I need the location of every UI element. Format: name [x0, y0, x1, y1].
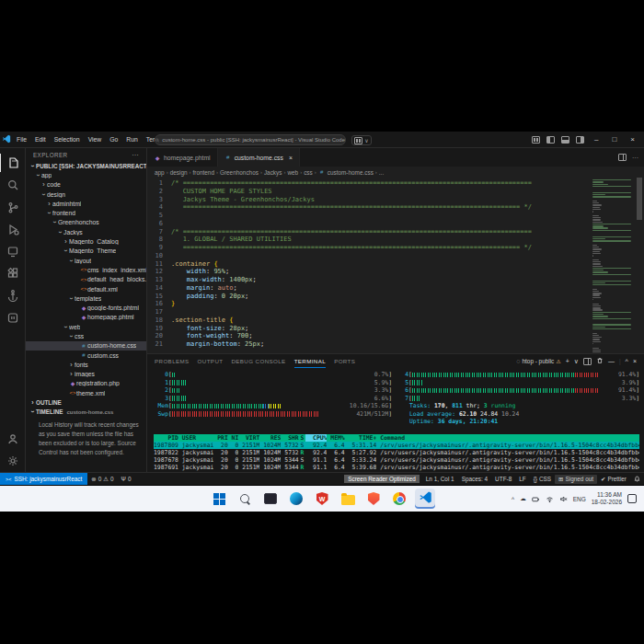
tree-item-Magento_Theme[interactable]: ›Magento_Theme — [26, 247, 146, 256]
panel-tab-problems[interactable]: PROBLEMS — [155, 354, 190, 368]
layout-control-dropdown[interactable]: ∨ — [351, 135, 372, 145]
tree-item-registration.php[interactable]: ◆registration.php — [26, 379, 146, 388]
taskbar-app-edge[interactable] — [286, 489, 306, 509]
editor-scrollbar[interactable] — [637, 178, 642, 220]
problems-indicator[interactable]: ⊗0 ⚠0 — [87, 473, 117, 485]
terminal-instance[interactable]: ◌ htop - public ⚠ — [516, 358, 560, 364]
breadcrumb-item-Jackys[interactable]: Jackys — [264, 169, 282, 176]
explorer-more-icon[interactable]: ··· — [132, 152, 140, 158]
notifications-bell-icon[interactable] — [630, 473, 644, 485]
wifi-icon[interactable] — [546, 495, 554, 503]
tree-item-google-fonts.phtml[interactable]: ◆google-fonts.phtml — [26, 303, 146, 312]
account-status[interactable]: ⊞Signed out — [555, 475, 597, 484]
toggle-sidebar-icon[interactable] — [546, 136, 555, 144]
cursor-position[interactable]: Ln 1, Col 1 — [422, 473, 458, 485]
menu-go[interactable]: Go — [106, 136, 121, 143]
breadcrumb-item-custom-home.css[interactable]: custom-home.css — [328, 169, 374, 176]
panel-tab-ports[interactable]: PORTS — [334, 354, 355, 368]
customize-layout-icon[interactable] — [532, 136, 540, 144]
close-panel-icon[interactable]: × — [633, 358, 637, 364]
container-icon[interactable] — [0, 306, 26, 328]
tree-item-adminhtml[interactable]: ›adminhtml — [26, 199, 146, 208]
tree-item-custom.css[interactable]: #custom.css — [26, 351, 146, 360]
screen-reader-badge[interactable]: Screen Reader Optimized — [344, 475, 420, 483]
search-icon[interactable] — [0, 174, 26, 196]
taskbar-app-files-dark[interactable] — [260, 489, 281, 509]
tree-item-web[interactable]: ›web — [26, 322, 146, 331]
taskbar-app-vscode[interactable] — [415, 489, 435, 509]
tree-item-fonts[interactable]: ›fonts — [26, 360, 146, 369]
tree-item-homepage.phtml[interactable]: ◆homepage.phtml — [26, 313, 146, 322]
tree-item-templates[interactable]: ›templates — [26, 293, 146, 303]
tab-custom-home.css[interactable]: #custom-home.css× — [218, 148, 300, 167]
tree-item-frontend[interactable]: ›frontend — [26, 208, 146, 217]
tree-item-code[interactable]: ›code — [26, 180, 146, 190]
formatter-status[interactable]: ✔Prettier — [597, 473, 630, 485]
onedrive-cloud-icon[interactable]: ☁ — [520, 495, 526, 502]
explorer-icon[interactable] — [0, 152, 26, 174]
minimize-button[interactable]: – — [591, 135, 602, 144]
tree-item-custom-home.css[interactable]: #custom-home.css — [26, 341, 146, 351]
menu-view[interactable]: View — [85, 136, 106, 143]
breadcrumb-item-frontend[interactable]: frontend — [193, 169, 214, 176]
taskbar-app-search[interactable] — [235, 489, 255, 509]
process-row[interactable]: 1987809jackysmai2002151M1024M5732S92.46.… — [154, 442, 639, 449]
indentation[interactable]: Spaces: 4 — [458, 473, 491, 485]
panel-tab-output[interactable]: OUTPUT — [198, 354, 224, 368]
close-tab-icon[interactable]: × — [289, 155, 293, 161]
volume-muted-icon[interactable] — [559, 495, 568, 503]
breadcrumb-item-Greenhonchos[interactable]: Greenhonchos — [220, 169, 259, 176]
tray-expand-icon[interactable]: ^ — [512, 496, 514, 502]
settings-icon[interactable] — [0, 450, 26, 472]
breadcrumb-item-design[interactable]: design — [170, 169, 188, 176]
tree-item-layout[interactable]: ›layout — [26, 256, 146, 265]
menu-edit[interactable]: Edit — [31, 136, 50, 143]
encoding[interactable]: UTF-8 — [491, 473, 515, 485]
tree-item-images[interactable]: ›images — [26, 370, 146, 379]
outline-section[interactable]: ›OUTLINE — [26, 397, 146, 407]
tree-item-Greenhonchos[interactable]: ›Greenhonchos — [26, 218, 146, 227]
panel-tab-terminal[interactable]: TERMINAL — [294, 354, 327, 368]
menu-file[interactable]: File — [13, 136, 30, 143]
tree-item-css[interactable]: ›css — [26, 331, 146, 340]
process-row[interactable]: 1987678jackysmai2002151M1024M5344S91.16.… — [154, 456, 639, 464]
maximize-panel-icon[interactable]: ^ — [626, 358, 628, 364]
tab-homepage.phtml[interactable]: ◆homepage.phtml — [147, 148, 218, 167]
system-clock[interactable]: 11:36 AM 18-02-2026 — [592, 491, 622, 507]
breadcrumb-item-...[interactable]: ... — [379, 169, 384, 176]
minimize-panel-icon[interactable]: — — [608, 358, 615, 364]
panel-tab-debug-console[interactable]: DEBUG CONSOLE — [231, 354, 285, 368]
menu-run[interactable]: Run — [122, 136, 141, 143]
timeline-section[interactable]: ›TIMELINE custom-home.css — [26, 408, 146, 417]
ports-indicator[interactable]: Ψ0 — [118, 473, 135, 485]
tree-item-theme.xml[interactable]: <>theme.xml — [26, 388, 146, 397]
taskbar-app-start[interactable] — [209, 489, 229, 509]
language-indicator[interactable]: ENG — [573, 496, 586, 502]
notification-center-icon[interactable] — [627, 494, 637, 503]
tree-item-design[interactable]: ›design — [26, 190, 146, 199]
tree-item-default.xml[interactable]: <>default.xml — [26, 284, 146, 293]
tree-item-app[interactable]: ›app — [26, 170, 146, 179]
taskbar-app-chrome[interactable] — [389, 489, 409, 509]
remote-explorer-icon[interactable] — [0, 240, 26, 262]
eol-sequence[interactable]: LF — [515, 473, 529, 485]
menu-selection[interactable]: Selection — [51, 136, 84, 143]
remote-indicator[interactable]: >< SSH: jackysmainusrReact — [0, 473, 87, 485]
split-editor-icon[interactable] — [618, 154, 627, 161]
language-mode[interactable]: {}CSS — [530, 473, 555, 485]
toggle-panel-icon[interactable] — [561, 136, 569, 144]
new-terminal-icon[interactable]: + — [566, 358, 569, 364]
toggle-secondary-sidebar-icon[interactable] — [576, 136, 584, 144]
tree-item-Jackys[interactable]: ›Jackys — [26, 227, 146, 236]
account-icon[interactable] — [0, 428, 26, 450]
editor-more-icon[interactable]: ··· — [632, 155, 638, 161]
taskbar-app-shield-w[interactable]: W — [312, 489, 332, 509]
terminal-dropdown-icon[interactable]: ∨ — [574, 358, 579, 365]
terminal-output[interactable]: 0[0.7%]1[5.9%]2[3.3%]3[6.6%]Mem[10.16/15… — [147, 368, 644, 472]
command-center[interactable]: custom-home.css - public [SSH: jackysmai… — [155, 134, 346, 145]
taskbar-app-explorer[interactable] — [338, 489, 358, 509]
maximize-button[interactable]: □ — [608, 135, 620, 144]
code-editor[interactable]: 1/* ====================================… — [147, 178, 644, 353]
tree-item-default_head_blocks.xml[interactable]: <>default_head_blocks.xml — [26, 275, 146, 284]
source-control-icon[interactable] — [0, 196, 26, 218]
